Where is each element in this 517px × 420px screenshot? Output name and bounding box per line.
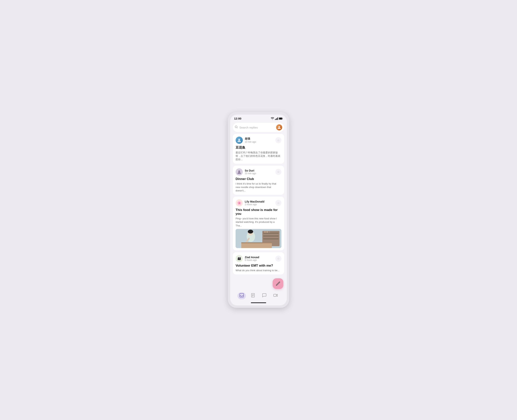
star-button-3[interactable]: ☆	[275, 200, 281, 206]
contact-time-2: 20 min ago	[245, 172, 273, 175]
avatar-laozhen	[236, 136, 243, 144]
contact-name-1: 老强	[245, 137, 273, 141]
compose-fab[interactable]	[273, 278, 283, 289]
contact-name-2: So Duri	[245, 169, 273, 172]
star-icon-4: ☆	[277, 257, 280, 260]
message-subject-2: Dinner Club	[236, 177, 281, 181]
svg-point-9	[238, 170, 240, 172]
search-icon	[235, 126, 238, 129]
svg-rect-2	[277, 118, 277, 120]
message-header-3: 🌸 Lily MacDonald 2 hours ago ☆	[236, 199, 281, 207]
star-icon-3: ☆	[277, 201, 280, 205]
nav-item-video[interactable]	[271, 292, 280, 299]
message-header-2: So Duri 20 min ago ☆	[236, 168, 281, 176]
nav-item-notes[interactable]	[249, 292, 257, 299]
svg-rect-24	[240, 293, 244, 297]
message-card-3[interactable]: 🌸 Lily MacDonald 2 hours ago ☆ This food…	[233, 197, 284, 250]
star-icon-2: ☆	[277, 170, 280, 174]
message-image-3	[236, 229, 281, 248]
svg-point-7	[278, 126, 280, 128]
chat-icon	[262, 293, 266, 298]
message-card-4[interactable]: 👨‍👩‍👦 Ziad Aouad 6 hours ago ☆ Volunteer…	[233, 252, 284, 274]
message-preview-3: Ping– you'd love this new food show I st…	[236, 217, 281, 227]
video-icon	[273, 293, 278, 298]
inbox-icon	[240, 293, 244, 298]
avatar-lily: 🌸	[236, 199, 243, 207]
message-subject-4: Volunteer EMT with me?	[236, 264, 281, 268]
signal-icon	[275, 117, 278, 120]
home-bar	[251, 302, 266, 303]
contact-time-4: 6 hours ago	[245, 259, 273, 262]
svg-rect-5	[279, 118, 282, 119]
svg-point-8	[238, 139, 240, 141]
contact-info-3: Lily MacDonald 2 hours ago	[245, 200, 273, 206]
svg-rect-1	[276, 119, 276, 120]
contact-time-3: 2 hours ago	[245, 203, 273, 206]
svg-rect-16	[264, 231, 266, 233]
message-image-inner	[236, 229, 281, 248]
contact-info-4: Ziad Aouad 6 hours ago	[245, 256, 273, 262]
message-header-1: 老强 10 min ago ☆	[236, 136, 281, 144]
svg-rect-13	[263, 233, 279, 233]
bottom-nav	[233, 291, 284, 301]
message-card-2[interactable]: So Duri 20 min ago ☆ Dinner Club I think…	[233, 166, 284, 195]
nav-item-chat[interactable]	[260, 292, 268, 299]
message-preview-4: What do you think about training to be..…	[236, 269, 281, 272]
svg-point-21	[248, 230, 253, 233]
contact-name-4: Ziad Aouad	[245, 256, 273, 259]
fab-container	[230, 278, 287, 289]
message-card-1[interactable]: 老强 10 min ago ☆ 豆花鱼 最近忙吗？昨晚我去了你最爱的那家饭馆，点…	[233, 134, 284, 164]
message-header-4: 👨‍👩‍👦 Ziad Aouad 6 hours ago ☆	[236, 255, 281, 262]
contact-info-2: So Duri 20 min ago	[245, 169, 273, 175]
contact-name-3: Lily MacDonald	[245, 200, 273, 203]
star-button-4[interactable]: ☆	[275, 255, 281, 262]
battery-icon	[279, 117, 283, 120]
home-indicator	[230, 301, 287, 305]
message-subject-1: 豆花鱼	[236, 145, 281, 150]
avatar-ziad: 👨‍👩‍👦	[236, 255, 243, 262]
notes-icon	[251, 293, 255, 298]
user-avatar-inner	[276, 124, 282, 130]
star-button-1[interactable]: ☆	[275, 137, 281, 143]
message-subject-3: This food show is made for you	[236, 208, 281, 216]
svg-rect-3	[278, 117, 278, 120]
avatar-soduri	[236, 168, 243, 176]
svg-rect-0	[275, 119, 275, 120]
svg-rect-15	[263, 239, 279, 239]
fab-spacer	[230, 274, 287, 278]
svg-rect-14	[263, 236, 279, 236]
search-bar[interactable]: Search replies	[233, 123, 284, 132]
user-avatar[interactable]	[276, 124, 282, 130]
svg-rect-18	[268, 231, 270, 233]
star-icon-1: ☆	[277, 138, 280, 142]
search-placeholder: Search replies	[239, 126, 274, 129]
message-preview-1: 最近忙吗？昨晚我去了你最爱的那家饭馆，点了他们的特色豆花鱼，吃着吃着就想你...	[236, 151, 281, 161]
message-preview-2: I think it's time for us to finally try …	[236, 182, 281, 193]
svg-rect-23	[241, 242, 272, 243]
phone-screen: 12:00	[230, 115, 287, 305]
status-time: 12:00	[234, 117, 241, 120]
status-icons	[271, 117, 283, 120]
svg-rect-26	[273, 294, 276, 296]
star-button-2[interactable]: ☆	[275, 169, 281, 175]
pencil-icon	[276, 281, 280, 286]
contact-info-1: 老强 10 min ago	[245, 137, 273, 143]
nav-item-inbox[interactable]	[237, 292, 246, 299]
phone-frame: 12:00	[228, 112, 289, 308]
wifi-icon	[271, 117, 274, 120]
svg-rect-22	[241, 243, 272, 248]
message-list: 老强 10 min ago ☆ 豆花鱼 最近忙吗？昨晚我去了你最爱的那家饭馆，点…	[230, 134, 287, 274]
contact-time-1: 10 min ago	[245, 141, 273, 143]
status-bar: 12:00	[230, 115, 287, 121]
svg-rect-17	[266, 231, 268, 233]
